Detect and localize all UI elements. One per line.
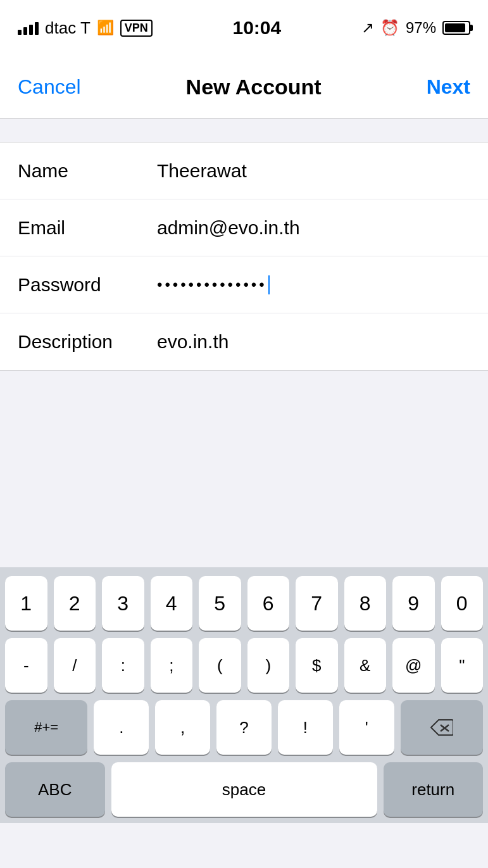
key-question[interactable]: ? — [216, 700, 272, 755]
password-value[interactable]: •••••••••••••• — [157, 275, 470, 294]
text-cursor — [268, 275, 270, 294]
status-left: dtac T 📶 VPN — [18, 18, 153, 38]
keyboard-row-numbers: 1 2 3 4 5 6 7 8 9 0 — [5, 576, 483, 631]
time-label: 10:04 — [233, 17, 282, 39]
description-row: Description evo.in.th — [0, 313, 488, 370]
keyboard-row-symbols: - / : ; ( ) $ & @ " — [5, 638, 483, 693]
key-lparen[interactable]: ( — [199, 638, 241, 693]
key-7[interactable]: 7 — [296, 576, 338, 631]
key-9[interactable]: 9 — [392, 576, 435, 631]
key-6[interactable]: 6 — [247, 576, 290, 631]
alarm-icon: ⏰ — [380, 19, 399, 37]
signal-icon — [18, 21, 39, 35]
key-slash[interactable]: / — [54, 638, 96, 693]
battery-icon — [442, 21, 470, 35]
status-right: ↗ ⏰ 97% — [361, 19, 470, 37]
key-apostrophe[interactable]: ' — [339, 700, 394, 755]
vpn-badge: VPN — [120, 20, 153, 37]
name-value[interactable]: Theerawat — [157, 160, 470, 182]
email-row: Email admin@evo.in.th — [0, 199, 488, 256]
key-ampersand[interactable]: & — [344, 638, 387, 693]
top-section-gap — [0, 119, 488, 142]
key-0[interactable]: 0 — [441, 576, 484, 631]
key-3[interactable]: 3 — [102, 576, 144, 631]
password-row: Password •••••••••••••• — [0, 256, 488, 313]
key-abc[interactable]: ABC — [5, 762, 105, 817]
email-value[interactable]: admin@evo.in.th — [157, 217, 470, 239]
empty-area — [0, 371, 488, 567]
key-return[interactable]: return — [384, 762, 484, 817]
description-value[interactable]: evo.in.th — [157, 331, 470, 353]
password-dots: •••••••••••••• — [157, 276, 267, 294]
key-period[interactable]: . — [94, 700, 149, 755]
key-8[interactable]: 8 — [344, 576, 387, 631]
key-1[interactable]: 1 — [5, 576, 47, 631]
key-at[interactable]: @ — [392, 638, 435, 693]
location-icon: ↗ — [361, 19, 374, 37]
key-5[interactable]: 5 — [199, 576, 241, 631]
name-label: Name — [18, 160, 157, 182]
page-title: New Account — [186, 75, 322, 99]
key-dollar[interactable]: $ — [296, 638, 338, 693]
next-button[interactable]: Next — [427, 75, 470, 99]
status-bar: dtac T 📶 VPN 10:04 ↗ ⏰ 97% — [0, 0, 488, 56]
key-delete[interactable] — [401, 700, 483, 755]
name-row: Name Theerawat — [0, 142, 488, 199]
key-4[interactable]: 4 — [151, 576, 193, 631]
password-label: Password — [18, 274, 157, 296]
key-hashtag[interactable]: #+= — [5, 700, 87, 755]
key-exclamation[interactable]: ! — [278, 700, 333, 755]
key-space[interactable]: space — [111, 762, 377, 817]
key-comma[interactable]: , — [155, 700, 210, 755]
key-hyphen[interactable]: - — [5, 638, 47, 693]
key-semicolon[interactable]: ; — [151, 638, 193, 693]
description-label: Description — [18, 331, 157, 353]
form-section: Name Theerawat Email admin@evo.in.th Pas… — [0, 142, 488, 371]
key-colon[interactable]: : — [102, 638, 144, 693]
carrier-label: dtac T — [45, 18, 91, 38]
key-2[interactable]: 2 — [54, 576, 96, 631]
nav-bar: Cancel New Account Next — [0, 56, 488, 119]
battery-percent: 97% — [406, 19, 436, 37]
cancel-button[interactable]: Cancel — [18, 75, 81, 99]
key-rparen[interactable]: ) — [247, 638, 290, 693]
email-label: Email — [18, 217, 157, 239]
key-quote[interactable]: " — [441, 638, 484, 693]
keyboard-row-punct: #+= . , ? ! ' — [5, 700, 483, 755]
keyboard: 1 2 3 4 5 6 7 8 9 0 - / : ; ( ) $ & @ " … — [0, 567, 488, 823]
keyboard-row-bottom: ABC space return — [5, 762, 483, 817]
wifi-icon: 📶 — [97, 20, 114, 36]
